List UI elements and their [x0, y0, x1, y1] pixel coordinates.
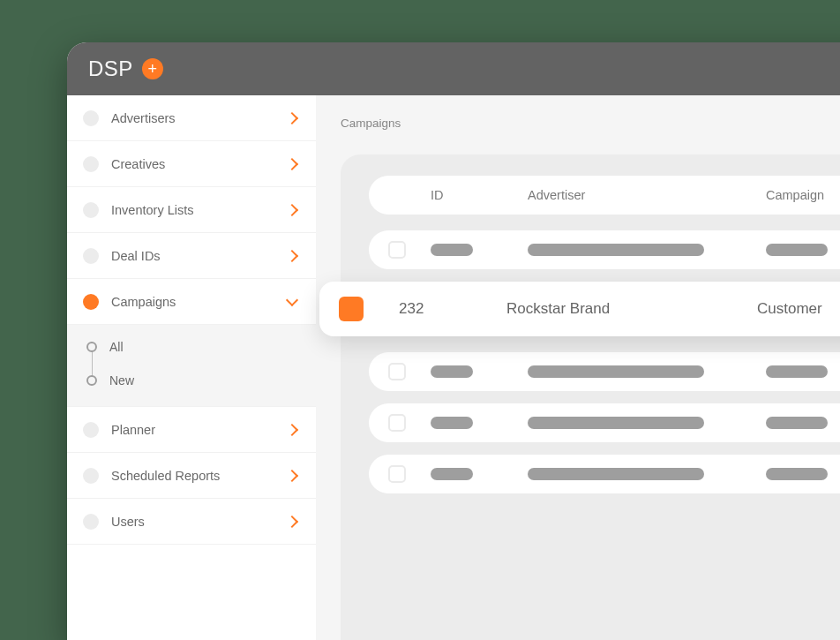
- placeholder-pill: [431, 244, 473, 256]
- column-header-campaign[interactable]: Campaign: [766, 188, 840, 202]
- bullet-icon: [83, 248, 99, 264]
- sidebar: Advertisers Creatives Inventory Lists De…: [67, 95, 316, 640]
- tree-node-icon: [86, 342, 97, 352]
- bullet-icon: [83, 110, 99, 126]
- row-checkbox[interactable]: [388, 414, 406, 432]
- sidebar-item-label: Campaigns: [111, 295, 275, 309]
- sidebar-item-creatives[interactable]: Creatives: [67, 141, 316, 187]
- sidebar-subitem-new[interactable]: New: [67, 364, 316, 397]
- sidebar-item-planner[interactable]: Planner: [67, 407, 316, 453]
- placeholder-pill: [528, 365, 704, 378]
- table-row-highlighted[interactable]: 232 Rockstar Brand Customer: [319, 282, 840, 336]
- bullet-icon: [83, 468, 99, 484]
- sidebar-item-scheduled-reports[interactable]: Scheduled Reports: [67, 453, 316, 499]
- row-checkbox[interactable]: [388, 363, 406, 380]
- data-card: ID Advertiser Campaign 232 Rockstar Bran…: [341, 154, 840, 640]
- chevron-right-icon: [286, 249, 298, 261]
- placeholder-pill: [431, 365, 473, 378]
- column-header-id[interactable]: ID: [431, 188, 528, 202]
- row-checkbox[interactable]: [388, 465, 406, 483]
- add-button[interactable]: +: [142, 58, 163, 79]
- sidebar-item-label: Planner: [111, 423, 275, 437]
- table-header: ID Advertiser Campaign: [369, 176, 840, 215]
- placeholder-pill: [431, 417, 473, 429]
- tree-node-icon: [86, 375, 97, 386]
- sidebar-item-users[interactable]: Users: [67, 499, 316, 545]
- chevron-down-icon: [286, 293, 298, 305]
- chevron-right-icon: [286, 515, 298, 527]
- placeholder-pill: [431, 468, 473, 480]
- sidebar-item-campaigns[interactable]: Campaigns: [67, 279, 316, 325]
- sidebar-item-label: Advertisers: [111, 111, 275, 125]
- breadcrumb: Campaigns: [341, 117, 840, 130]
- sidebar-subitem-label: New: [109, 373, 134, 388]
- sidebar-item-label: Scheduled Reports: [111, 469, 275, 483]
- sidebar-item-inventory-lists[interactable]: Inventory Lists: [67, 187, 316, 233]
- row-checkbox[interactable]: [388, 241, 406, 259]
- plus-icon: +: [148, 61, 158, 77]
- sidebar-subgroup-campaigns: All New: [67, 325, 316, 407]
- bullet-icon: [83, 202, 99, 218]
- sidebar-item-label: Deal IDs: [111, 249, 275, 263]
- bullet-icon: [83, 422, 99, 438]
- sidebar-item-label: Creatives: [111, 157, 275, 171]
- placeholder-pill: [766, 468, 828, 480]
- sidebar-item-deal-ids[interactable]: Deal IDs: [67, 233, 316, 279]
- app-window: DSP + Advertisers Creatives Inventory Li…: [67, 42, 840, 640]
- titlebar: DSP +: [67, 42, 840, 95]
- table-row[interactable]: [369, 455, 840, 493]
- cell-id: 232: [399, 300, 506, 318]
- placeholder-pill: [528, 244, 704, 256]
- placeholder-pill: [766, 244, 828, 256]
- placeholder-pill: [528, 417, 704, 429]
- cell-campaign: Customer: [757, 300, 840, 318]
- bullet-icon: [83, 294, 99, 310]
- row-checkbox-checked[interactable]: [339, 297, 364, 321]
- column-header-advertiser[interactable]: Advertiser: [528, 188, 766, 202]
- placeholder-pill: [528, 468, 704, 480]
- app-title: DSP: [88, 56, 133, 81]
- table-row[interactable]: [369, 403, 840, 442]
- chevron-right-icon: [286, 423, 298, 435]
- sidebar-item-label: Users: [111, 515, 275, 529]
- chevron-right-icon: [286, 111, 298, 124]
- chevron-right-icon: [286, 469, 298, 481]
- sidebar-subitem-all[interactable]: All: [67, 330, 316, 364]
- main-panel: Campaigns ID Advertiser Campaign 232 Ro: [316, 95, 840, 640]
- table-row[interactable]: [369, 230, 840, 269]
- cell-advertiser: Rockstar Brand: [506, 300, 757, 318]
- bullet-icon: [83, 156, 99, 172]
- placeholder-pill: [766, 365, 828, 378]
- body: Advertisers Creatives Inventory Lists De…: [67, 95, 840, 640]
- sidebar-item-advertisers[interactable]: Advertisers: [67, 95, 316, 141]
- sidebar-item-label: Inventory Lists: [111, 203, 275, 217]
- chevron-right-icon: [286, 203, 298, 215]
- chevron-right-icon: [286, 157, 298, 169]
- bullet-icon: [83, 514, 99, 530]
- table-row[interactable]: [369, 352, 840, 391]
- placeholder-pill: [766, 417, 828, 429]
- sidebar-subitem-label: All: [109, 340, 124, 354]
